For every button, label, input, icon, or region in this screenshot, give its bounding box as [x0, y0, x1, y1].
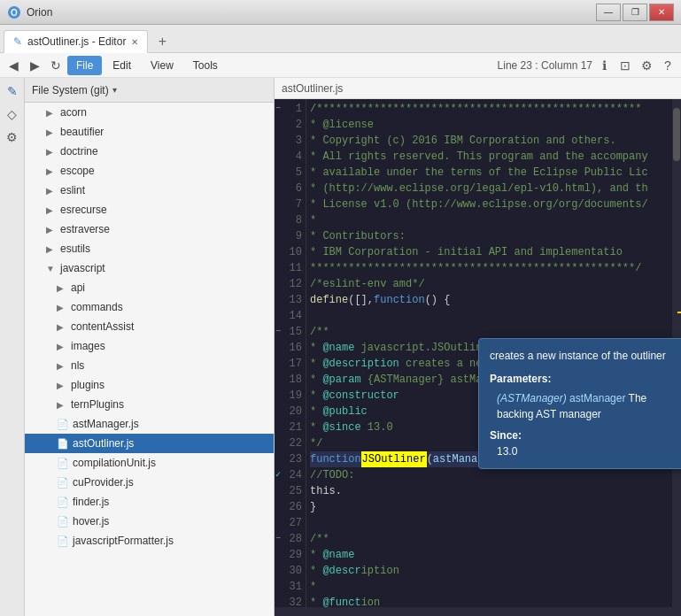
tree-folder-nls[interactable]: ▶ nls [25, 356, 274, 375]
tooltip-params-label: Parameters: [490, 371, 681, 387]
tooltip-since-value: 13.0 [497, 443, 681, 459]
editor-panel: astOutliner.js −1 2 3 4 5 6 7 8 9 10 11 … [275, 78, 681, 616]
file-tree-header[interactable]: File System (git) ▾ [25, 78, 274, 103]
code-line-26: } [310, 499, 669, 515]
menubar: ◀ ▶ ↻ File Edit View Tools Line 23 : Col… [0, 53, 681, 78]
tree-file-astmanager[interactable]: 📄 astManager.js [25, 414, 274, 434]
code-line-28: /** [310, 531, 669, 547]
tree-item-label: esutils [60, 243, 90, 255]
folder-arrow-icon: ▶ [46, 244, 57, 254]
tree-item-label: javascript [60, 262, 105, 274]
tree-folder-ternplugins[interactable]: ▶ ternPlugins [25, 395, 274, 414]
folder-arrow-icon: ▶ [46, 205, 57, 215]
tree-folder-images[interactable]: ▶ images [25, 336, 274, 356]
code-line-5: * available under the terms of the Eclip… [310, 165, 669, 181]
tree-folder-commands[interactable]: ▶ commands [25, 297, 274, 317]
tree-item-label: nls [71, 359, 84, 372]
folder-arrow-icon: ▶ [46, 186, 57, 196]
code-line-9: * Contributors: [310, 228, 669, 244]
code-line-1: /***************************************… [310, 101, 669, 117]
code-line-3: * Copyright (c) 2016 IBM Corporation and… [310, 133, 669, 149]
tree-folder-estraverse[interactable]: ▶ estraverse [25, 219, 274, 239]
folder-arrow-icon: ▶ [46, 225, 57, 235]
editor-hscrollbar[interactable] [275, 607, 681, 616]
minimize-button[interactable]: — [596, 4, 621, 21]
tree-item-label: estraverse [60, 223, 110, 235]
tree-folder-esrecurse[interactable]: ▶ esrecurse [25, 200, 274, 219]
tree-folder-plugins[interactable]: ▶ plugins [25, 375, 274, 395]
code-line-6: * (http://www.eclipse.org/legal/epl-v10.… [310, 181, 669, 196]
line-col-status: Line 23 : Column 17 [498, 59, 592, 72]
back-button[interactable]: ◀ [4, 56, 23, 75]
tree-folder-contentassist[interactable]: ▶ contentAssist [25, 317, 274, 336]
editor-tab[interactable]: ✎ astOutliner.js - Editor ✕ [4, 30, 148, 53]
tree-file-astoutliner[interactable]: 📄 astOutliner.js [25, 434, 274, 453]
folder-arrow-icon: ▶ [57, 400, 67, 410]
whitespace-button[interactable]: ⊡ [615, 56, 635, 75]
tree-folder-eslint[interactable]: ▶ eslint [25, 181, 274, 200]
fold-indicator[interactable]: − [275, 531, 281, 547]
tree-file-cuprovider[interactable]: 📄 cuProvider.js [25, 473, 274, 492]
editor-content[interactable]: −1 2 3 4 5 6 7 8 9 10 11 12 13 14 −15 16… [275, 99, 681, 607]
tree-folder-beautifier[interactable]: ▶ beautifier [25, 122, 274, 142]
maximize-button[interactable]: ❐ [623, 4, 647, 21]
tooltip-since-label: Since: [490, 427, 681, 443]
tree-item-label: commands [71, 301, 123, 313]
tooltip-param-label: astManager [569, 392, 625, 404]
svg-text:O: O [11, 8, 18, 18]
tree-folder-acorn[interactable]: ▶ acorn [25, 103, 274, 122]
tree-file-compilationunit[interactable]: 📄 compilationUnit.js [25, 453, 274, 473]
menu-tools[interactable]: Tools [184, 56, 227, 75]
sidebar-icon-git[interactable]: ◇ [3, 104, 22, 124]
help-button[interactable]: ? [658, 56, 677, 75]
sidebar-icon-settings[interactable]: ⚙ [3, 127, 22, 147]
tree-folder-api[interactable]: ▶ api [25, 278, 274, 297]
sidebar-icon-files[interactable]: ✎ [3, 81, 22, 101]
scroll-marker-1 [677, 312, 681, 313]
tree-file-jsformatter[interactable]: 📄 javascriptFormatter.js [25, 531, 274, 551]
code-line-10: * IBM Corporation - initial API and impl… [310, 244, 669, 260]
menu-file[interactable]: File [67, 56, 102, 75]
tabbar: ✎ astOutliner.js - Editor ✕ + [0, 25, 681, 53]
tree-folder-javascript[interactable]: ▼ javascript [25, 258, 274, 278]
file-tree-body[interactable]: ▶ acorn ▶ beautifier ▶ doctrine ▶ escope… [25, 103, 274, 616]
folder-arrow-icon: ▶ [57, 361, 67, 371]
settings-button[interactable]: ⚙ [637, 56, 656, 75]
code-line-13: define([], function() { [310, 292, 669, 308]
tree-item-label: ternPlugins [71, 398, 124, 411]
tree-folder-escope[interactable]: ▶ escope [25, 161, 274, 181]
tab-close-button[interactable]: ✕ [131, 37, 138, 47]
tree-item-label: eslint [60, 184, 85, 196]
code-line-11: ****************************************… [310, 260, 669, 276]
tree-item-label: compilationUnit.js [73, 457, 156, 469]
menu-view[interactable]: View [142, 56, 182, 75]
info-button[interactable]: ℹ [594, 56, 614, 75]
folder-arrow-icon: ▶ [57, 283, 67, 293]
tree-file-hover[interactable]: 📄 hover.js [25, 512, 274, 531]
window-controls: — ❐ ✕ [596, 4, 674, 21]
scrollbar-thumb[interactable] [673, 108, 680, 161]
code-line-29: * @name [310, 547, 669, 563]
tree-item-label: doctrine [60, 145, 98, 158]
refresh-button[interactable]: ↻ [46, 56, 66, 75]
new-tab-button[interactable]: + [151, 31, 173, 52]
forward-button[interactable]: ▶ [25, 56, 44, 75]
file-tree-panel: File System (git) ▾ ▶ acorn ▶ beautifier… [25, 78, 275, 616]
file-tree-arrow[interactable]: ▾ [112, 85, 117, 95]
fold-indicator[interactable]: − [275, 324, 281, 340]
tree-folder-esutils[interactable]: ▶ esutils [25, 239, 274, 258]
editor-filename: astOutliner.js [282, 82, 343, 95]
fold-indicator[interactable]: − [275, 101, 281, 117]
folder-arrow-open-icon: ▼ [46, 264, 57, 273]
code-line-30: * @description [310, 563, 669, 579]
tree-file-finder[interactable]: 📄 finder.js [25, 492, 274, 512]
tree-folder-doctrine[interactable]: ▶ doctrine [25, 142, 274, 161]
code-line-14 [310, 308, 669, 324]
tree-item-label: images [71, 340, 105, 352]
folder-arrow-icon: ▶ [57, 342, 67, 351]
menu-edit[interactable]: Edit [104, 56, 140, 75]
tree-item-label: cuProvider.js [73, 476, 134, 489]
folder-arrow-icon: ▶ [57, 303, 67, 312]
close-button[interactable]: ✕ [649, 4, 674, 21]
tree-item-label: acorn [60, 106, 87, 119]
